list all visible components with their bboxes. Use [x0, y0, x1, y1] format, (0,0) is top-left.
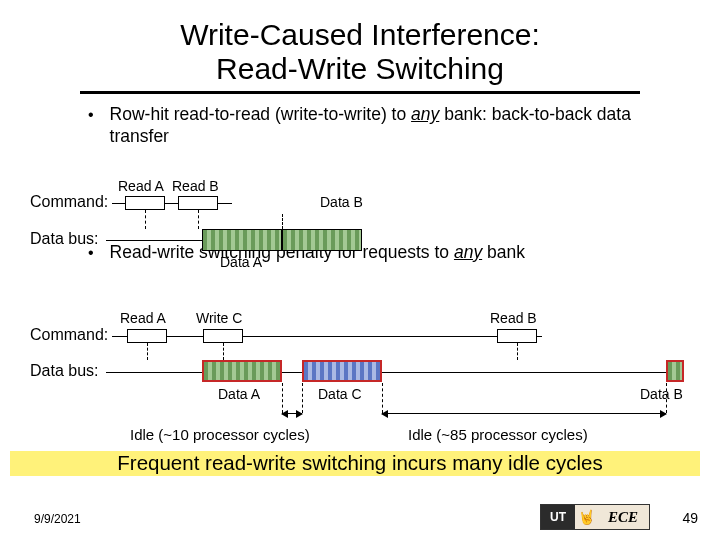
ut-ece-logo: UT 🤘 ECE — [540, 504, 650, 530]
data-a-lbl-1: Data A — [220, 254, 262, 270]
data-b-topcap: Data B — [320, 194, 363, 210]
command-label-1: Command: — [30, 193, 108, 211]
idle10-arrow — [282, 413, 302, 414]
slide-title: Write-Caused Interference: Read-Write Sw… — [0, 0, 720, 91]
cmd-write-c — [203, 329, 243, 343]
cmd-read-b-2 — [497, 329, 537, 343]
data-b-box — [282, 229, 362, 251]
b2-em: any — [454, 242, 482, 262]
conclusion-text: Frequent read-write switching incurs man… — [0, 451, 720, 475]
d2-c — [223, 343, 224, 360]
dash-a — [145, 210, 146, 229]
data-c-lbl: Data C — [318, 386, 362, 402]
bus-pre-1 — [106, 240, 202, 241]
idle10-label: Idle (~10 processor cycles) — [130, 426, 310, 443]
read-b-label: Read B — [172, 178, 219, 194]
read-a-label: Read A — [118, 178, 164, 194]
cmd-read-b — [178, 196, 218, 210]
write-c-label: Write C — [196, 310, 242, 326]
d2-a — [147, 343, 148, 360]
b1-pre: Row-hit read-to-read (write-to-write) to — [110, 104, 411, 124]
title-line2: Read-Write Switching — [216, 52, 504, 85]
bus-line-2 — [106, 372, 666, 373]
databus-label-1: Data bus: — [30, 230, 98, 248]
data-c-box — [302, 360, 382, 382]
logo-ut: UT — [541, 505, 575, 529]
idle85-arrow — [382, 413, 666, 414]
data-b-lbl-2: Data B — [640, 386, 683, 402]
command-label-2: Command: — [30, 326, 108, 344]
dash-b — [198, 210, 199, 229]
footer-date: 9/9/2021 — [34, 512, 81, 526]
data-a-box-2 — [202, 360, 282, 382]
bullet-dot: • — [88, 104, 94, 125]
b1-em: any — [411, 104, 439, 124]
title-line1: Write-Caused Interference: — [180, 18, 540, 51]
cmd-line-2 — [112, 336, 542, 337]
dash-b2 — [282, 214, 283, 229]
databus-label-2: Data bus: — [30, 362, 98, 380]
read-b-label-2: Read B — [490, 310, 537, 326]
title-underline — [80, 91, 640, 94]
gap1-r — [302, 383, 303, 413]
gap1-l — [282, 383, 283, 413]
data-a-lbl-2: Data A — [218, 386, 260, 402]
d2-b — [517, 343, 518, 360]
bullet-1-text: Row-hit read-to-read (write-to-write) to… — [110, 104, 680, 148]
idle85-label: Idle (~85 processor cycles) — [408, 426, 588, 443]
gap2-l — [382, 383, 383, 413]
page-number: 49 — [682, 510, 698, 526]
cmd-read-a — [125, 196, 165, 210]
longhorn-icon: 🤘 — [575, 505, 597, 529]
data-a-box — [202, 229, 282, 251]
bullet-1: • Row-hit read-to-read (write-to-write) … — [0, 104, 720, 148]
logo-ece: ECE — [597, 505, 649, 529]
data-b-box-2 — [666, 360, 684, 382]
b2-post: bank — [482, 242, 525, 262]
cmd-read-a-2 — [127, 329, 167, 343]
read-a-label-2: Read A — [120, 310, 166, 326]
